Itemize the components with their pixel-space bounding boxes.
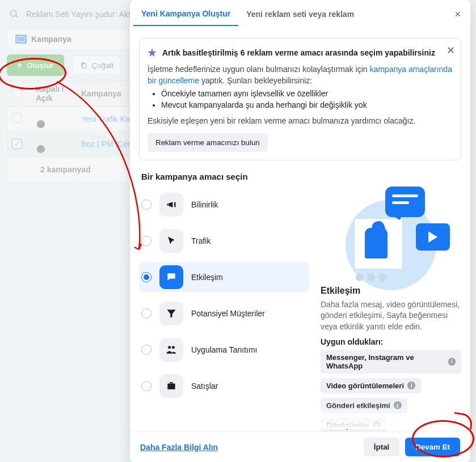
info-banner: ✕ ★ Artık basitleştirilmiş 6 reklam verm… <box>139 38 461 160</box>
star-icon: ★ <box>148 46 157 59</box>
section-title: Bir kampanya amacı seçin <box>141 172 461 181</box>
chip: Gönderi etkileşimii <box>321 398 407 413</box>
list-item: Mevcut kampanyalarda şu anda herhangi bi… <box>161 100 453 109</box>
create-campaign-modal: Yeni Kampanya Oluştur Yeni reklam seti v… <box>130 0 470 462</box>
funnel-icon <box>166 308 177 319</box>
radio[interactable] <box>141 236 151 246</box>
objective-traffic[interactable]: Trafik <box>139 226 309 256</box>
goodfor-chips: Messenger, Instagram ve WhatsAppi Video … <box>321 350 461 431</box>
modal-header: Yeni Kampanya Oluştur Yeni reklam seti v… <box>130 0 470 29</box>
info-icon[interactable]: i <box>407 382 415 389</box>
banner-list: Öncekiyle tamamen aynı işlevsellik ve öz… <box>161 89 453 109</box>
continue-button[interactable]: Devam Et <box>405 438 460 456</box>
briefcase-icon <box>166 380 177 392</box>
close-icon[interactable]: ✕ <box>449 4 467 24</box>
engagement-illustration <box>340 189 442 280</box>
radio[interactable] <box>141 308 151 319</box>
radio[interactable] <box>141 200 151 210</box>
find-objective-button[interactable]: Reklam verme amacınızı bulun <box>148 133 268 152</box>
banner-close-icon[interactable]: ✕ <box>446 44 455 57</box>
radio[interactable] <box>141 381 151 391</box>
info-icon[interactable]: i <box>394 401 402 409</box>
cancel-button[interactable]: İptal <box>364 438 399 456</box>
chip: Dönüşümleri <box>321 418 386 431</box>
radio[interactable] <box>141 272 151 282</box>
objective-sales[interactable]: Satışlar <box>139 371 309 401</box>
goodfor-label: Uygun oldukları: <box>321 337 461 346</box>
chat-icon <box>166 272 177 283</box>
banner-text: İşletme hedeflerinize uygun olanı bulman… <box>148 63 453 87</box>
learn-more-link[interactable]: Daha Fazla Bilgi Alın <box>140 443 218 452</box>
info-icon[interactable]: i <box>373 421 381 429</box>
banner-text-2: Eskisiyle eşleşen yeni bir reklam verme … <box>148 115 453 126</box>
chip: Video görüntülemelerii <box>321 378 421 393</box>
tab-new-adset[interactable]: Yeni reklam seti veya reklam <box>238 3 362 26</box>
megaphone-icon <box>166 199 177 210</box>
list-item: Öncekiyle tamamen aynı işlevsellik ve öz… <box>161 89 453 98</box>
objective-app[interactable]: Uygulama Tanıtımı <box>139 334 309 365</box>
modal-footer: Daha Fazla Bilgi Alın İptal Devam Et <box>130 431 470 462</box>
objective-engagement[interactable]: Etkileşim <box>139 262 309 293</box>
people-icon <box>166 344 177 355</box>
objective-label: Trafik <box>191 236 210 245</box>
objective-label: Etkileşim <box>191 273 223 282</box>
banner-title: Artık basitleştirilmiş 6 reklam verme am… <box>162 48 435 57</box>
objective-label: Satışlar <box>191 382 218 391</box>
objective-label: Bilinirlik <box>191 200 218 209</box>
objective-label: Potansiyel Müşteriler <box>191 309 265 318</box>
detail-desc: Daha fazla mesaj, video görüntülemesi, g… <box>321 299 461 333</box>
info-icon[interactable]: i <box>448 358 456 366</box>
objective-detail: Etkileşim Daha fazla mesaj, video görünt… <box>321 189 461 431</box>
objective-leads[interactable]: Potansiyel Müşteriler <box>139 298 309 329</box>
cursor-icon <box>166 235 177 247</box>
tab-new-campaign[interactable]: Yeni Kampanya Oluştur <box>133 2 238 26</box>
objective-awareness[interactable]: Bilinirlik <box>139 189 309 220</box>
objective-label: Uygulama Tanıtımı <box>191 345 257 354</box>
chip: Messenger, Instagram ve WhatsAppi <box>321 350 461 374</box>
radio[interactable] <box>141 345 151 355</box>
objective-list: Bilinirlik Trafik Etkileşim Potansiyel M… <box>139 189 309 431</box>
